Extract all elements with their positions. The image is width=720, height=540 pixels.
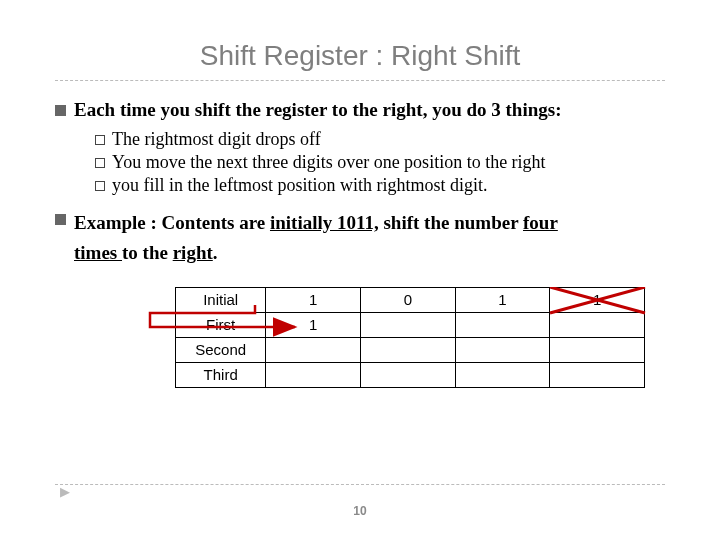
row-label-third: Third	[176, 362, 266, 387]
cell	[455, 362, 550, 387]
cell: 0	[361, 287, 456, 312]
row-label-second: Second	[176, 337, 266, 362]
table-row: Second	[176, 337, 645, 362]
cell: 1	[266, 287, 361, 312]
table-row: First 1	[176, 312, 645, 337]
cell: 1	[266, 312, 361, 337]
example-direction: right	[173, 242, 213, 263]
example-count: four	[523, 212, 558, 233]
example-prefix: Example : Contents are	[74, 212, 270, 233]
sub-bullet-text: you fill in the leftmost position with r…	[112, 175, 488, 196]
table-row: Initial 1 0 1 1	[176, 287, 645, 312]
register-table: Initial 1 0 1 1 First 1 Second	[175, 287, 645, 388]
example-initial-value: initially 1011,	[270, 212, 379, 233]
table-row: Third	[176, 362, 645, 387]
cell	[361, 312, 456, 337]
triangle-icon: ▶	[60, 484, 70, 500]
example-bullet: Example : Contents are initially 1011, s…	[55, 208, 665, 269]
sub-bullet: The rightmost digit drops off	[95, 129, 665, 150]
main-bullet: Each time you shift the register to the …	[55, 99, 665, 121]
cell	[455, 312, 550, 337]
square-filled-icon	[55, 105, 66, 116]
square-filled-icon	[55, 214, 66, 225]
cell	[361, 362, 456, 387]
example-mid: shift the number	[379, 212, 523, 233]
row-label-first: First	[176, 312, 266, 337]
cell: 1	[455, 287, 550, 312]
example-mid2: to the	[122, 242, 173, 263]
cell	[550, 312, 645, 337]
square-hollow-icon	[95, 181, 105, 191]
square-hollow-icon	[95, 135, 105, 145]
cell	[266, 337, 361, 362]
example-period: .	[213, 242, 218, 263]
sub-bullet: you fill in the leftmost position with r…	[95, 175, 665, 196]
page-number: 10	[0, 504, 720, 518]
sub-bullet-text: You move the next three digits over one …	[112, 152, 546, 173]
cell	[550, 362, 645, 387]
divider-top	[55, 80, 665, 81]
register-table-wrap: Initial 1 0 1 1 First 1 Second	[175, 287, 645, 388]
sub-bullet-list: The rightmost digit drops off You move t…	[95, 129, 665, 196]
cell: 1	[550, 287, 645, 312]
cell	[266, 362, 361, 387]
cell	[361, 337, 456, 362]
divider-bottom	[55, 484, 665, 485]
cell	[550, 337, 645, 362]
square-hollow-icon	[95, 158, 105, 168]
example-times: times	[74, 242, 122, 263]
slide: Shift Register : Right Shift Each time y…	[0, 0, 720, 540]
row-label-initial: Initial	[176, 287, 266, 312]
sub-bullet-text: The rightmost digit drops off	[112, 129, 321, 150]
sub-bullet: You move the next three digits over one …	[95, 152, 665, 173]
main-bullet-text: Each time you shift the register to the …	[74, 99, 665, 121]
slide-title: Shift Register : Right Shift	[55, 40, 665, 72]
example-text: Example : Contents are initially 1011, s…	[74, 208, 665, 269]
cell	[455, 337, 550, 362]
